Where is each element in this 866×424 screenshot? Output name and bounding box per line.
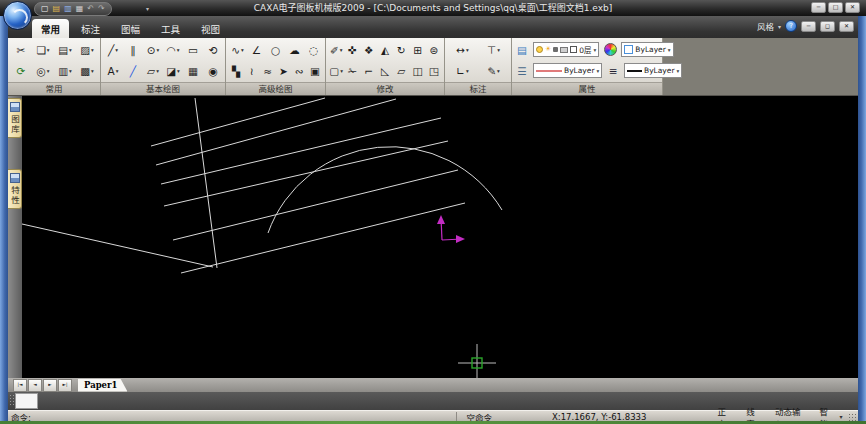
lineweight-button[interactable]: ≡ [605,62,621,80]
doc-minimize-button[interactable]: ─ [801,21,816,32]
chamfer-button[interactable]: ▱ [393,62,409,80]
style-dropdown-icon[interactable]: ▾ [778,23,781,30]
stretch-button[interactable]: ◫ [409,62,425,80]
dimension-style-button[interactable]: ⊤▾ [478,41,509,59]
prev-sheet-button[interactable]: ◄ [28,379,42,392]
sheet-tab-paper1[interactable]: Paper1 [78,379,127,392]
text-button[interactable]: A▾ [103,62,123,80]
print-button[interactable]: ▦ [76,4,84,14]
help-icon[interactable]: ? [785,20,797,32]
local-detail-button[interactable]: ◌ [304,41,323,59]
layer-select[interactable]: ☀ 0层 ▾ [533,42,599,57]
erase-button[interactable]: ✐▾ [328,41,344,59]
sidebar-tab-1[interactable]: 图库 [8,98,22,138]
pan-hand-button[interactable]: ▚ [228,62,244,80]
next-sheet-button[interactable]: ► [43,379,57,392]
arc-button[interactable]: ◠▾ [163,41,183,59]
lineweight-select[interactable]: ByLayer ▾ [624,63,682,78]
move-button[interactable]: ✜ [344,41,360,59]
hatch-line-3[interactable] [161,118,441,184]
wave-line-button[interactable]: ≀ [244,62,260,80]
rotate-button[interactable]: ↻ [393,41,409,59]
rectangle-button[interactable]: ▭ [183,41,203,59]
ribbon-tab-2[interactable]: 标注 [72,19,109,38]
vertical-line[interactable] [195,98,217,268]
smart-mode-dropdown-icon[interactable]: ▾ [839,413,842,420]
line-button[interactable]: ╱▾ [103,41,123,59]
qat-dropdown-icon[interactable]: ▾ [146,5,149,12]
hatch-line-1[interactable] [151,98,325,146]
fill-button[interactable]: ◉ [203,62,223,80]
paste-button[interactable]: ▤▾ [54,41,76,59]
sidebar-tab-label: 图库 [9,115,21,134]
regen-button[interactable]: ⟳ [10,62,32,80]
color-wheel-button[interactable] [602,41,618,59]
first-sheet-button[interactable]: |◄ [13,379,27,392]
ribbon-tab-4[interactable]: 工具 [152,19,189,38]
image-button[interactable]: ▣ [307,62,323,80]
bisector-button[interactable]: ∠ [247,41,266,59]
zoom-button[interactable]: ◎▾ [32,62,54,80]
resize-grip[interactable] [848,413,856,421]
revision-cloud-button[interactable]: ☁ [285,41,304,59]
parallel-line-button[interactable]: ∥ [123,41,143,59]
hatch-line-5[interactable] [173,170,458,240]
block-button[interactable]: ▱▾ [143,62,163,80]
color-select[interactable]: ByLayer ▾ [621,42,673,57]
scale-button[interactable]: ◳ [426,62,442,80]
last-sheet-button[interactable]: ►| [58,379,72,392]
undo-button[interactable]: ↶ [87,4,94,14]
arrow-button[interactable]: ➤ [275,62,291,80]
coordinate-dimension-button[interactable]: ∟▾ [447,62,478,80]
doc-close-button[interactable]: ✕ [839,21,854,32]
contour-button[interactable]: ∾ [291,62,307,80]
frame-button[interactable]: ▢▾ [328,62,344,80]
curve-button[interactable]: ∿▾ [228,41,247,59]
display-settings-button[interactable]: ▩▾ [76,62,98,80]
mirror-button[interactable]: ◭ [377,41,393,59]
layer-settings-button[interactable]: ▤ [514,41,530,59]
section-line-button[interactable]: ◪▾ [163,62,183,80]
open-button[interactable]: ▤ [53,4,61,14]
ribbon-tab-3[interactable]: 图幅 [112,19,149,38]
trim-button[interactable]: ✁ [344,62,360,80]
doc-restore-button[interactable]: ◻ [820,21,835,32]
boundary-line[interactable] [22,224,213,267]
sidebar-tab-2[interactable]: 特性 [8,169,22,209]
linear-dimension-button[interactable]: ↔▾ [447,41,478,59]
cut-button[interactable]: ✂ [10,41,32,59]
extend-button[interactable]: ⌐ [361,62,377,80]
array-button[interactable]: ⊞ [409,41,425,59]
ribbon-tab-5[interactable]: 视图 [192,19,229,38]
linetype-button[interactable]: ☰ [514,62,530,80]
save-button[interactable]: ▥ [64,4,72,14]
offset-button[interactable]: ⊜ [426,41,442,59]
print-preview-button[interactable]: ▥▾ [54,62,76,80]
edit-dimension-button[interactable]: ✎▾ [478,62,509,80]
linetype-select[interactable]: ByLayer ▾ [533,63,602,78]
ellipse-button[interactable]: ○ [266,41,285,59]
polyline-button[interactable]: ⟲ [203,41,223,59]
hatch-line-2[interactable] [156,99,396,165]
redo-button[interactable]: ↷ [98,4,105,14]
drawing-canvas[interactable] [22,95,858,378]
spline-button[interactable]: ╱ [123,62,143,80]
style-menu[interactable]: 风格 [757,20,774,32]
minimize-button[interactable]: ─ [811,2,826,13]
fillet-button[interactable]: ◺ [377,62,393,80]
command-input-box[interactable] [15,393,38,409]
app-logo[interactable] [3,1,32,30]
copy-button[interactable]: ❏▾ [32,41,54,59]
circle-button[interactable]: ⊙▾ [143,41,163,59]
command-grip-handle[interactable] [9,394,14,407]
hatch-line-6[interactable] [181,203,465,273]
ribbon-tab-1[interactable]: 常用 [32,19,69,38]
format-painter-button[interactable]: ▨▾ [76,41,98,59]
arc-curve[interactable] [268,147,502,233]
close-button[interactable]: ✕ [845,2,860,13]
copy-object-button[interactable]: ❖ [361,41,377,59]
maximize-button[interactable]: □ [828,2,843,13]
new-button[interactable]: ▢ [41,4,49,14]
hatch-button[interactable]: ▦ [183,62,203,80]
freehand-button[interactable]: ≈ [260,62,276,80]
